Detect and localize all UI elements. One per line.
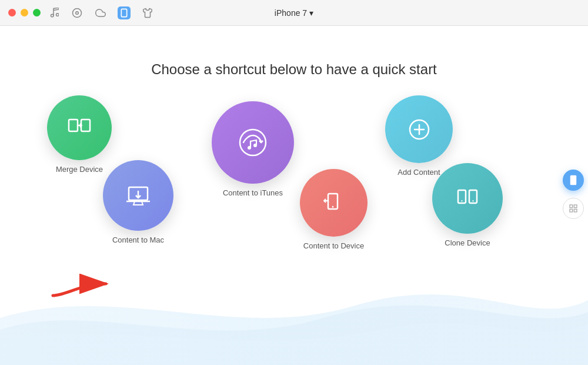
- merge-device-shortcut[interactable]: Merge Device: [47, 95, 112, 174]
- right-sidebar: [559, 52, 588, 365]
- content-to-device-circle[interactable]: [300, 169, 368, 237]
- content-to-itunes-shortcut[interactable]: Content to iTunes: [212, 101, 294, 197]
- svg-point-3: [76, 11, 79, 14]
- svg-rect-7: [81, 120, 90, 131]
- content-to-mac-shortcut[interactable]: Content to Mac: [103, 160, 173, 244]
- svg-point-1: [56, 13, 59, 16]
- clone-device-circle[interactable]: [432, 163, 503, 234]
- shirt-icon[interactable]: [141, 6, 154, 19]
- merge-device-circle[interactable]: [47, 95, 112, 160]
- content-to-device-label: Content to Device: [303, 241, 364, 250]
- shortcuts-area: Merge Device Content to Mac: [0, 84, 588, 319]
- window-title[interactable]: iPhone 7 ▾: [275, 8, 313, 18]
- content-to-mac-circle[interactable]: [103, 160, 173, 231]
- content-to-mac-label: Content to Mac: [112, 235, 164, 244]
- settings-icon[interactable]: [71, 6, 83, 19]
- svg-rect-26: [574, 209, 577, 212]
- page-title: Choose a shortcut below to have a quick …: [0, 26, 588, 78]
- clone-device-shortcut[interactable]: Clone Device: [432, 163, 503, 247]
- titlebar: iPhone 7 ▾: [0, 0, 588, 26]
- dropdown-arrow: ▾: [309, 8, 313, 18]
- svg-point-2: [73, 8, 82, 17]
- grid-sidebar-button[interactable]: [563, 198, 584, 219]
- maximize-button[interactable]: [33, 9, 41, 16]
- svg-rect-22: [570, 175, 577, 185]
- svg-rect-6: [69, 120, 78, 131]
- title-label: iPhone 7: [275, 8, 307, 18]
- svg-rect-24: [574, 205, 577, 208]
- minimize-button[interactable]: [21, 9, 28, 16]
- close-button[interactable]: [8, 9, 16, 16]
- svg-point-11: [253, 144, 257, 147]
- svg-rect-23: [570, 205, 573, 208]
- clone-device-label: Clone Device: [445, 238, 490, 247]
- content-to-itunes-label: Content to iTunes: [223, 188, 283, 197]
- phone-icon[interactable]: [118, 6, 131, 19]
- phone-sidebar-button[interactable]: [563, 170, 584, 191]
- merge-device-label: Merge Device: [56, 165, 103, 174]
- traffic-lights: [8, 9, 41, 16]
- content-to-device-shortcut[interactable]: Content to Device: [300, 169, 368, 250]
- toolbar-icons: [47, 6, 154, 19]
- arrow-indicator: [47, 266, 118, 304]
- cloud-icon[interactable]: [94, 6, 107, 19]
- add-content-circle[interactable]: [385, 95, 453, 163]
- content-to-itunes-circle[interactable]: [212, 101, 294, 184]
- svg-rect-25: [570, 209, 573, 212]
- svg-point-10: [248, 146, 251, 150]
- music-icon[interactable]: [47, 6, 60, 19]
- main-content: Choose a shortcut below to have a quick …: [0, 26, 588, 365]
